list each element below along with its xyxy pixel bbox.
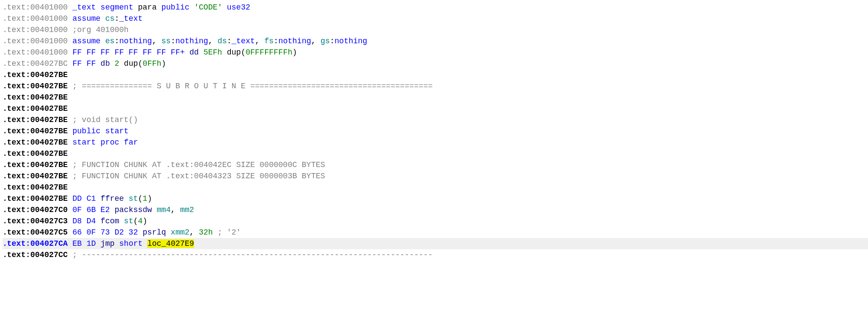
line-prefix: . bbox=[3, 80, 7, 92]
disasm-line[interactable]: .text:00401000 _text segment para public… bbox=[3, 2, 868, 13]
line-prefix: . bbox=[3, 193, 7, 204]
address: text:004027C5 bbox=[7, 228, 68, 237]
token: mm4 bbox=[157, 206, 171, 214]
line-prefix: . bbox=[3, 35, 7, 47]
disasm-line[interactable]: .text:00401000 assume cs:_text bbox=[3, 13, 868, 24]
address: text:00401000 bbox=[7, 26, 68, 34]
line-prefix: . bbox=[3, 103, 7, 114]
disasm-line[interactable]: .text:00401000 ;org 401000h bbox=[3, 24, 868, 35]
token: : bbox=[274, 37, 279, 45]
line-prefix: . bbox=[3, 58, 7, 69]
token: proc bbox=[100, 138, 119, 147]
opcode-bytes: FF FF FF FF FF FF FF FF+ bbox=[72, 48, 185, 57]
token: 2 bbox=[114, 59, 119, 68]
comment: ; void start() bbox=[72, 116, 138, 124]
comment: ; --------------------------------------… bbox=[72, 251, 433, 259]
address: text:004027BE bbox=[7, 104, 68, 113]
token: st bbox=[129, 194, 138, 203]
token: mm2 bbox=[180, 206, 194, 214]
token: fcom bbox=[100, 217, 124, 225]
disasm-line[interactable]: .text:004027CC ; -----------------------… bbox=[3, 249, 868, 260]
token: , bbox=[152, 37, 162, 45]
line-prefix: . bbox=[3, 249, 7, 260]
token: nothing bbox=[279, 37, 311, 45]
address: text:004027BC bbox=[7, 59, 68, 68]
line-prefix: . bbox=[3, 69, 7, 80]
address: text:004027BE bbox=[7, 82, 68, 90]
disasm-line[interactable]: .text:004027C0 0F 6B E2 packssdw mm4, mm… bbox=[3, 204, 868, 215]
token: _text bbox=[119, 14, 143, 23]
address: text:004027BE bbox=[7, 172, 68, 180]
line-prefix: . bbox=[3, 125, 7, 137]
token: ) bbox=[292, 48, 297, 57]
token: , bbox=[208, 37, 218, 45]
disasm-line[interactable]: .text:004027BE ; FUNCTION CHUNK AT .text… bbox=[3, 159, 868, 170]
token: : bbox=[330, 37, 335, 45]
disasm-line[interactable]: .text:004027C3 D8 D4 fcom st(4) bbox=[3, 215, 868, 227]
line-prefix: . bbox=[3, 24, 7, 35]
disasm-line[interactable]: .text:00401000 FF FF FF FF FF FF FF FF+ … bbox=[3, 47, 868, 58]
token: nothing bbox=[119, 37, 152, 45]
token: assume bbox=[72, 14, 100, 23]
token: : bbox=[114, 14, 119, 23]
disasm-line[interactable]: .text:004027BE bbox=[3, 69, 868, 80]
address: text:004027C3 bbox=[7, 217, 68, 225]
token: assume bbox=[72, 37, 100, 45]
token: ; '2' bbox=[213, 228, 241, 237]
token: gs bbox=[321, 37, 330, 45]
line-prefix: . bbox=[3, 148, 7, 159]
line-prefix: . bbox=[3, 227, 7, 238]
disasm-line[interactable]: .text:004027BE DD C1 ffree st(1) bbox=[3, 193, 868, 204]
disasm-line[interactable]: .text:004027BE bbox=[3, 148, 868, 159]
address: text:00401000 bbox=[7, 48, 68, 57]
token: jmp bbox=[100, 239, 119, 248]
token: nothing bbox=[175, 37, 208, 45]
disassembly-view[interactable]: .text:00401000 _text segment para public… bbox=[0, 0, 868, 260]
token: ds bbox=[217, 37, 227, 45]
disasm-line[interactable]: .text:00401000 assume es:nothing, ss:not… bbox=[3, 35, 868, 47]
token: public bbox=[72, 127, 100, 135]
disasm-line[interactable]: .text:004027BE public start bbox=[3, 125, 868, 137]
disasm-line[interactable]: .text:004027BE ; =============== S U B R… bbox=[3, 80, 868, 92]
address: text:004027CC bbox=[7, 251, 68, 259]
address: text:004027BE bbox=[7, 93, 68, 102]
opcode-bytes: FF FF bbox=[72, 59, 96, 68]
token: , bbox=[311, 37, 321, 45]
token: ffree bbox=[100, 194, 129, 203]
disasm-line[interactable]: .text:004027CA EB 1D jmp short loc_4027E… bbox=[3, 238, 868, 249]
token: start bbox=[100, 127, 129, 135]
address: text:004027BE bbox=[7, 149, 68, 158]
address: text:004027BE bbox=[7, 127, 68, 135]
disasm-line[interactable]: .text:004027BE bbox=[3, 92, 868, 103]
disasm-line[interactable]: .text:004027BE ; void start() bbox=[3, 114, 868, 125]
token: ( bbox=[133, 217, 138, 225]
line-prefix: . bbox=[3, 92, 7, 103]
token: fs bbox=[264, 37, 274, 45]
token: segment bbox=[100, 3, 133, 12]
token: dup bbox=[222, 48, 241, 57]
token: ( bbox=[241, 48, 246, 57]
token: 5EFh bbox=[204, 48, 222, 57]
line-prefix: . bbox=[3, 182, 7, 193]
disasm-line[interactable]: .text:004027BE start proc far bbox=[3, 137, 868, 148]
opcode-bytes: 66 0F 73 D2 32 bbox=[72, 228, 138, 237]
disasm-line[interactable]: .text:004027BE bbox=[3, 182, 868, 193]
token: 32h bbox=[199, 228, 213, 237]
line-prefix: . bbox=[3, 204, 7, 215]
token: public bbox=[162, 3, 190, 12]
line-prefix: . bbox=[3, 137, 7, 148]
token: xmm2 bbox=[171, 228, 189, 237]
line-prefix: . bbox=[3, 238, 7, 249]
disasm-line[interactable]: .text:004027BE bbox=[3, 103, 868, 114]
disasm-line[interactable]: .text:004027C5 66 0F 73 D2 32 psrlq xmm2… bbox=[3, 227, 868, 238]
disasm-line[interactable]: .text:004027BE ; FUNCTION CHUNK AT .text… bbox=[3, 170, 868, 182]
token: packssdw bbox=[114, 206, 156, 214]
address: text:004027BE bbox=[7, 161, 68, 169]
operand-highlight: loc_4027E9 bbox=[147, 239, 194, 248]
token: short bbox=[119, 239, 143, 248]
token: dd bbox=[189, 48, 203, 57]
opcode-bytes: EB 1D bbox=[72, 239, 96, 248]
disasm-line[interactable]: .text:004027BC FF FF db 2 dup(0FFh) bbox=[3, 58, 868, 69]
address: text:00401000 bbox=[7, 14, 68, 23]
token: : bbox=[227, 37, 232, 45]
